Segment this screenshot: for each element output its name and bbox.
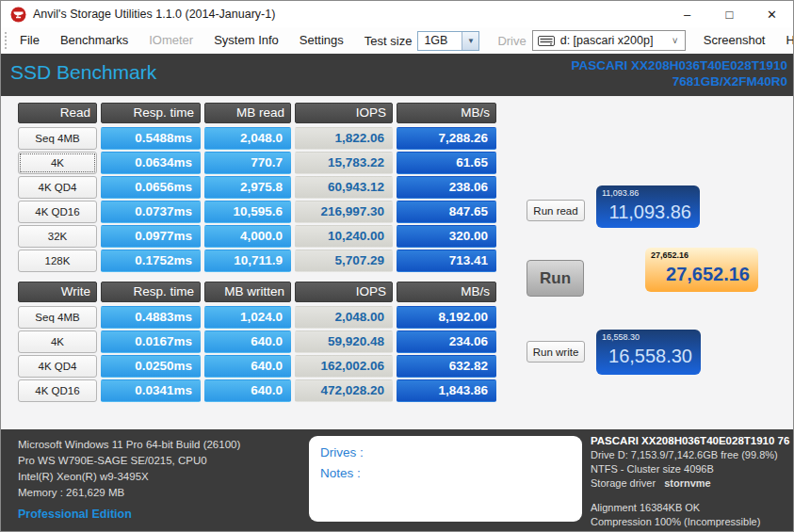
benchmark-header: SSD Benchmark PASCARI XX208H036T40E028T1… [1,54,793,96]
read-4kqd16-mb: 10,595.6 [204,201,291,223]
device-model-line2: 7681GB/X2FM40R0 [572,73,787,89]
read-128k-iops: 5,707.29 [295,250,393,272]
menu-iometer: IOmeter [140,28,202,53]
write-table: Write Resp. time MB written IOPS MB/s Se… [18,282,496,402]
read-32k-button[interactable]: 32K [18,225,97,248]
run-write-button[interactable]: Run write [527,341,585,363]
write-4kqd16-iops: 472,028.20 [295,379,393,402]
read-table: Read Resp. time MB read IOPS MB/s Seq 4M… [18,103,496,272]
close-button[interactable]: ✕ [751,1,793,27]
read-4kqd16-iops: 216,997.30 [295,201,393,223]
read-score-box: 11,093.86 11,093.86 [596,185,700,228]
menu-file[interactable]: File [11,28,48,53]
drive-free-space: Drive D: 7,153.9/7,142.6GB free (99.8%) [591,448,789,462]
read-4k-resp: 0.0634ms [101,152,201,174]
drives-label: Drives : [320,443,571,463]
read-4kqd16-button[interactable]: 4K QD16 [18,201,97,223]
write-4kqd16-resp: 0.0341ms [101,379,201,402]
menu-settings[interactable]: Settings [291,28,352,53]
drive-select[interactable]: d: [pascari x200p] ˅ [532,30,686,51]
filesystem-info: NTFS - Cluster size 4096B [591,462,789,476]
mb-read-col-header: MB read [204,103,291,123]
menu-benchmarks[interactable]: Benchmarks [52,28,137,53]
write-4kqd16-mb: 640.0 [204,379,291,402]
window-title: Anvil's Storage Utilities 1.1.0 (2014-Ja… [33,8,275,21]
menu-screenshot[interactable]: Screenshot [695,28,774,53]
read-32k-mb: 4,000.0 [204,225,291,248]
menu-system-info[interactable]: System Info [205,28,287,53]
iops-col-header: IOPS [295,103,393,123]
write-col-header: Write [18,282,97,302]
drive-value: d: [pascari x200p] [555,34,666,47]
cpu-info: Intel(R) Xeon(R) w9-3495X [18,469,240,485]
read-score-small: 11,093.86 [602,188,691,198]
read-128k-mb: 10,711.9 [204,250,291,272]
read-128k-mbs: 713.41 [397,250,496,272]
write-seq4mb-button[interactable]: Seq 4MB [18,306,97,329]
storage-driver-value: stornvme [664,477,711,489]
write-4k-button[interactable]: 4K [18,330,97,353]
motherboard-info: Pro WS W790E-SAGE SE/0215, CPU0 [18,453,240,469]
drives-notes-box[interactable]: Drives : Notes : [309,436,582,522]
resp-time-col-header: Resp. time [101,103,201,123]
read-seq4mb-mb: 2,048.0 [204,127,291,150]
run-button[interactable]: Run [527,260,584,297]
minimize-button[interactable]: – [666,1,708,27]
dropdown-arrow-icon[interactable]: ▼ [462,32,478,50]
iops-col-header: IOPS [295,282,393,302]
chevron-down-icon[interactable]: ˅ [666,36,685,46]
read-4kqd16-mbs: 847.65 [397,201,496,223]
read-4k-button[interactable]: 4K [18,152,97,174]
maximize-button[interactable]: □ [708,1,751,27]
write-4kqd4-iops: 162,002.06 [295,355,393,378]
toolbar-grip [5,32,7,49]
write-4kqd4-resp: 0.0250ms [101,355,201,378]
drive-device-title: PASCARI XX208H036T40E028T1910 76 [591,434,789,448]
test-size-value: 1GB [418,34,462,47]
compression-info: Compression 100% (Incompressible) [591,515,789,529]
read-seq4mb-mbs: 7,288.26 [397,127,496,150]
anvil-app-icon [10,7,26,23]
system-info-block: Microsoft Windows 11 Pro 64-bit Build (2… [18,437,240,501]
total-score-small: 27,652.16 [651,250,750,260]
read-4k-mbs: 61.65 [397,152,496,174]
test-size-label: Test size [356,34,418,48]
read-4kqd4-resp: 0.0656ms [101,176,201,199]
read-seq4mb-button[interactable]: Seq 4MB [18,127,97,150]
write-4kqd16-mbs: 1,843.86 [397,379,496,402]
write-4kqd4-mb: 640.0 [204,355,291,378]
read-128k-resp: 0.1752ms [101,250,201,272]
read-4kqd4-button[interactable]: 4K QD4 [18,176,97,199]
drive-label: Drive [489,34,531,48]
mbs-col-header: MB/s [397,103,496,123]
read-4k-iops: 15,783.22 [295,152,393,174]
edition-label: Professional Edition [18,508,132,521]
read-128k-button[interactable]: 128K [18,250,97,272]
read-32k-mbs: 320.00 [397,225,496,248]
menu-bar: File Benchmarks IOmeter System Info Sett… [1,27,793,54]
write-seq4mb-resp: 0.4883ms [101,306,201,329]
write-4kqd16-button[interactable]: 4K QD16 [18,379,97,402]
write-4k-resp: 0.0167ms [101,330,201,353]
write-4k-mb: 640.0 [204,330,291,353]
write-seq4mb-mbs: 8,192.00 [397,306,496,329]
read-4kqd4-mbs: 238.06 [397,176,496,199]
write-4kqd4-mbs: 632.82 [397,355,496,378]
read-32k-resp: 0.0977ms [101,225,201,248]
read-4kqd4-iops: 60,943.12 [295,176,393,199]
main-area: Read Resp. time MB read IOPS MB/s Seq 4M… [1,96,793,429]
menu-help[interactable]: Help [777,28,794,53]
drive-info-block: PASCARI XX208H036T40E028T1910 76 Drive D… [591,434,789,529]
read-32k-iops: 10,240.00 [295,225,393,248]
write-seq4mb-mb: 1,024.0 [204,306,291,329]
write-score-small: 16,558.30 [602,332,692,342]
write-4kqd4-button[interactable]: 4K QD4 [18,355,97,378]
write-score-value: 16,558.30 [602,345,692,367]
write-4k-iops: 59,920.48 [295,330,393,353]
total-score-value: 27,652.16 [651,263,750,285]
test-size-select[interactable]: 1GB ▼ [417,31,479,51]
page-title: SSD Benchmark [10,54,156,96]
resp-time-col-header: Resp. time [101,282,201,302]
alignment-info: Alignment 16384KB OK [591,501,789,515]
run-read-button[interactable]: Run read [527,200,585,221]
